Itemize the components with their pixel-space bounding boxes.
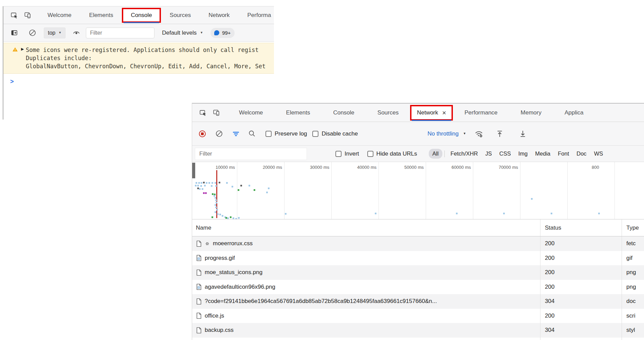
checkbox-unchecked[interactable] bbox=[312, 131, 318, 137]
tab-console[interactable]: Console bbox=[321, 104, 366, 122]
network-filter-input[interactable] bbox=[195, 148, 307, 160]
throttling-dropdown[interactable]: No throttling ▼ bbox=[427, 130, 466, 137]
network-request-row[interactable] bbox=[192, 338, 644, 340]
network-request-row[interactable]: ?code=f29141bbe6e1964ca567691a6db85ab72b… bbox=[192, 294, 644, 309]
filter-pill-img[interactable]: Img bbox=[515, 149, 532, 159]
expand-triangle-icon[interactable]: ▶ bbox=[21, 47, 24, 51]
request-status-cell[interactable]: 200 bbox=[540, 265, 622, 280]
filter-pill-doc[interactable]: Doc bbox=[573, 149, 590, 159]
network-request-row[interactable]: agavedefaulticon96x96.png 200 png bbox=[192, 280, 644, 294]
request-type-cell[interactable]: scri bbox=[622, 309, 644, 323]
request-status-cell[interactable]: 200 bbox=[540, 309, 622, 323]
checkbox-unchecked[interactable] bbox=[335, 151, 342, 157]
request-name-cell[interactable]: moeerrorux.css bbox=[192, 236, 540, 251]
import-har-icon[interactable] bbox=[496, 130, 504, 138]
disable-cache-checkbox[interactable]: Disable cache bbox=[312, 130, 358, 137]
tab-applica[interactable]: Applica bbox=[553, 104, 595, 122]
tab-welcome[interactable]: Welcome bbox=[39, 6, 80, 24]
badge-count: 99+ bbox=[222, 30, 231, 36]
javascript-context-dropdown[interactable]: top ▼ bbox=[44, 28, 66, 38]
request-type-cell[interactable]: gif bbox=[622, 251, 644, 266]
request-name-cell[interactable]: agavedefaulticon96x96.png bbox=[192, 280, 540, 294]
log-levels-dropdown[interactable]: Default levels ▼ bbox=[162, 30, 203, 36]
hide-data-urls-checkbox[interactable]: Hide data URLs bbox=[367, 150, 417, 157]
timeline-dot bbox=[503, 213, 505, 214]
tab-elements[interactable]: Elements bbox=[275, 104, 322, 122]
network-request-row[interactable]: moe_status_icons.png 200 png bbox=[192, 265, 644, 280]
filter-funnel-icon[interactable] bbox=[232, 130, 240, 138]
network-conditions-icon[interactable] bbox=[474, 129, 483, 138]
tab-performance[interactable]: Performance bbox=[453, 104, 509, 122]
request-type-cell[interactable]: doc bbox=[622, 294, 644, 309]
network-request-row[interactable]: progress.gif 200 gif bbox=[192, 251, 644, 266]
invert-checkbox[interactable]: Invert bbox=[335, 150, 359, 157]
tab-performa[interactable]: Performa bbox=[239, 6, 274, 24]
request-type-cell[interactable] bbox=[622, 338, 644, 340]
filter-pill-ws[interactable]: WS bbox=[590, 149, 607, 159]
request-status-cell[interactable]: 304 bbox=[540, 294, 622, 309]
request-name-cell[interactable]: ?code=f29141bbe6e1964ca567691a6db85ab72b… bbox=[192, 294, 540, 309]
request-status-cell[interactable] bbox=[540, 338, 622, 340]
request-name-cell[interactable]: office.js bbox=[192, 309, 540, 323]
live-expression-eye-icon[interactable] bbox=[72, 29, 80, 37]
column-header-type[interactable]: Type bbox=[622, 219, 644, 236]
tab-sources[interactable]: Sources bbox=[366, 104, 410, 122]
request-type-cell[interactable]: styl bbox=[622, 323, 644, 338]
checkbox-unchecked[interactable] bbox=[265, 131, 272, 137]
console-prompt-chevron[interactable]: > bbox=[10, 78, 274, 85]
device-toolbar-icon[interactable] bbox=[213, 109, 221, 117]
tab-welcome[interactable]: Welcome bbox=[227, 104, 275, 122]
console-sidebar-icon[interactable] bbox=[11, 29, 18, 37]
request-type-cell[interactable]: fetc bbox=[622, 236, 644, 251]
console-filter-input[interactable] bbox=[86, 28, 154, 38]
preserve-log-checkbox[interactable]: Preserve log bbox=[265, 130, 307, 137]
tab-memory[interactable]: Memory bbox=[509, 104, 553, 122]
clear-console-icon[interactable] bbox=[29, 29, 36, 37]
request-status: 200 bbox=[545, 312, 554, 319]
timeline-dot bbox=[216, 209, 218, 211]
file-icon bbox=[196, 312, 202, 319]
device-toolbar-icon[interactable] bbox=[24, 11, 32, 19]
request-status-cell[interactable]: 200 bbox=[540, 236, 622, 251]
request-name-cell[interactable]: backup.css bbox=[192, 323, 540, 338]
request-status-cell[interactable]: 200 bbox=[540, 251, 622, 266]
inspect-element-icon[interactable] bbox=[199, 109, 207, 117]
network-request-row[interactable]: office.js 200 scri bbox=[192, 309, 644, 323]
tab-console[interactable]: Console bbox=[122, 8, 161, 23]
filter-pill-font[interactable]: Font bbox=[554, 149, 573, 159]
request-name-cell[interactable] bbox=[192, 338, 540, 340]
column-header-name[interactable]: Name bbox=[192, 219, 540, 236]
request-type: styl bbox=[626, 327, 639, 334]
request-type-cell[interactable]: png bbox=[622, 280, 644, 294]
tab-elements[interactable]: Elements bbox=[80, 6, 122, 24]
warning-line: Some icons were re-registered. Applicati… bbox=[26, 46, 274, 54]
clear-network-log-icon[interactable] bbox=[215, 130, 223, 138]
tab-network[interactable]: Network × bbox=[410, 105, 453, 121]
record-network-log-icon[interactable] bbox=[198, 130, 206, 138]
column-header-status[interactable]: Status bbox=[540, 219, 622, 236]
checkbox-unchecked[interactable] bbox=[367, 151, 373, 157]
request-name-cell[interactable]: progress.gif bbox=[192, 251, 540, 266]
timeline-dot bbox=[531, 198, 533, 200]
filter-pill-fetchxhr[interactable]: Fetch/XHR bbox=[447, 149, 482, 159]
timeline-drag-handle[interactable] bbox=[192, 163, 195, 178]
network-request-row[interactable]: moeerrorux.css 200 fetc bbox=[192, 236, 644, 251]
filter-pill-js[interactable]: JS bbox=[482, 149, 496, 159]
close-tab-icon[interactable]: × bbox=[442, 109, 446, 116]
tab-sources[interactable]: Sources bbox=[161, 6, 200, 24]
messages-count-badge[interactable]: 99+ bbox=[210, 28, 234, 38]
network-request-row[interactable]: backup.css 304 styl bbox=[192, 323, 644, 338]
search-icon[interactable] bbox=[248, 130, 256, 138]
console-warning-message[interactable]: ! ▶ Some icons were re-registered. Appli… bbox=[3, 43, 274, 74]
request-type-cell[interactable]: png bbox=[622, 265, 644, 280]
tab-network[interactable]: Network bbox=[200, 6, 238, 24]
filter-pill-media[interactable]: Media bbox=[531, 149, 554, 159]
request-name-cell[interactable]: moe_status_icons.png bbox=[192, 265, 540, 280]
request-status-cell[interactable]: 304 bbox=[540, 323, 622, 338]
export-har-icon[interactable] bbox=[519, 130, 527, 138]
filter-pill-all[interactable]: All bbox=[429, 149, 442, 159]
network-overview-timeline[interactable]: 10000 ms20000 ms30000 ms40000 ms50000 ms… bbox=[192, 162, 644, 219]
request-status-cell[interactable]: 200 bbox=[540, 280, 622, 294]
inspect-element-icon[interactable] bbox=[10, 11, 18, 19]
filter-pill-css[interactable]: CSS bbox=[496, 149, 515, 159]
